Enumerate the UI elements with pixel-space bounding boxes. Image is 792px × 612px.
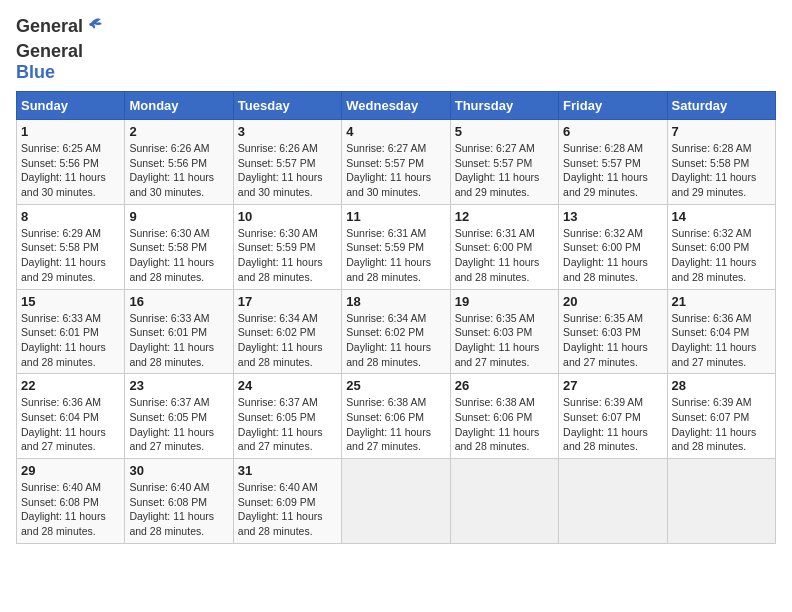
day-number: 24	[238, 378, 337, 393]
calendar-day-cell: 2Sunrise: 6:26 AMSunset: 5:56 PMDaylight…	[125, 120, 233, 205]
calendar-day-cell: 12Sunrise: 6:31 AMSunset: 6:00 PMDayligh…	[450, 204, 558, 289]
logo-general: General	[16, 16, 83, 36]
weekday-header: Tuesday	[233, 92, 341, 120]
logo: General General Blue	[16, 16, 83, 83]
day-info: Sunrise: 6:27 AMSunset: 5:57 PMDaylight:…	[346, 141, 445, 200]
weekday-header-row: SundayMondayTuesdayWednesdayThursdayFrid…	[17, 92, 776, 120]
day-number: 4	[346, 124, 445, 139]
day-number: 21	[672, 294, 771, 309]
calendar-day-cell: 22Sunrise: 6:36 AMSunset: 6:04 PMDayligh…	[17, 374, 125, 459]
calendar-day-cell	[342, 459, 450, 544]
calendar-day-cell: 25Sunrise: 6:38 AMSunset: 6:06 PMDayligh…	[342, 374, 450, 459]
logo-bird-icon	[85, 14, 105, 32]
calendar-day-cell	[667, 459, 775, 544]
weekday-header: Friday	[559, 92, 667, 120]
calendar-week-row: 29Sunrise: 6:40 AMSunset: 6:08 PMDayligh…	[17, 459, 776, 544]
day-info: Sunrise: 6:36 AMSunset: 6:04 PMDaylight:…	[21, 395, 120, 454]
logo-bottom: General Blue	[16, 41, 83, 83]
day-number: 16	[129, 294, 228, 309]
day-number: 13	[563, 209, 662, 224]
day-info: Sunrise: 6:31 AMSunset: 5:59 PMDaylight:…	[346, 226, 445, 285]
day-number: 11	[346, 209, 445, 224]
day-number: 20	[563, 294, 662, 309]
logo-container: General	[16, 16, 83, 37]
day-info: Sunrise: 6:27 AMSunset: 5:57 PMDaylight:…	[455, 141, 554, 200]
calendar-day-cell: 14Sunrise: 6:32 AMSunset: 6:00 PMDayligh…	[667, 204, 775, 289]
calendar-day-cell: 30Sunrise: 6:40 AMSunset: 6:08 PMDayligh…	[125, 459, 233, 544]
calendar-day-cell: 5Sunrise: 6:27 AMSunset: 5:57 PMDaylight…	[450, 120, 558, 205]
calendar-day-cell: 16Sunrise: 6:33 AMSunset: 6:01 PMDayligh…	[125, 289, 233, 374]
day-number: 18	[346, 294, 445, 309]
weekday-header: Saturday	[667, 92, 775, 120]
day-info: Sunrise: 6:31 AMSunset: 6:00 PMDaylight:…	[455, 226, 554, 285]
day-number: 8	[21, 209, 120, 224]
calendar-day-cell: 20Sunrise: 6:35 AMSunset: 6:03 PMDayligh…	[559, 289, 667, 374]
day-number: 31	[238, 463, 337, 478]
weekday-header: Sunday	[17, 92, 125, 120]
calendar-day-cell: 7Sunrise: 6:28 AMSunset: 5:58 PMDaylight…	[667, 120, 775, 205]
day-info: Sunrise: 6:39 AMSunset: 6:07 PMDaylight:…	[672, 395, 771, 454]
day-number: 9	[129, 209, 228, 224]
day-number: 17	[238, 294, 337, 309]
day-number: 7	[672, 124, 771, 139]
calendar-week-row: 1Sunrise: 6:25 AMSunset: 5:56 PMDaylight…	[17, 120, 776, 205]
calendar-week-row: 8Sunrise: 6:29 AMSunset: 5:58 PMDaylight…	[17, 204, 776, 289]
day-number: 19	[455, 294, 554, 309]
weekday-header: Monday	[125, 92, 233, 120]
page-header: General General Blue	[16, 16, 776, 83]
day-number: 22	[21, 378, 120, 393]
day-info: Sunrise: 6:37 AMSunset: 6:05 PMDaylight:…	[129, 395, 228, 454]
day-info: Sunrise: 6:33 AMSunset: 6:01 PMDaylight:…	[129, 311, 228, 370]
calendar-day-cell: 6Sunrise: 6:28 AMSunset: 5:57 PMDaylight…	[559, 120, 667, 205]
day-number: 27	[563, 378, 662, 393]
day-number: 26	[455, 378, 554, 393]
calendar-day-cell: 23Sunrise: 6:37 AMSunset: 6:05 PMDayligh…	[125, 374, 233, 459]
logo-general-2: General	[16, 41, 83, 61]
day-number: 10	[238, 209, 337, 224]
calendar-day-cell: 27Sunrise: 6:39 AMSunset: 6:07 PMDayligh…	[559, 374, 667, 459]
calendar-day-cell: 9Sunrise: 6:30 AMSunset: 5:58 PMDaylight…	[125, 204, 233, 289]
day-info: Sunrise: 6:28 AMSunset: 5:57 PMDaylight:…	[563, 141, 662, 200]
calendar-day-cell: 13Sunrise: 6:32 AMSunset: 6:00 PMDayligh…	[559, 204, 667, 289]
calendar-day-cell: 10Sunrise: 6:30 AMSunset: 5:59 PMDayligh…	[233, 204, 341, 289]
day-info: Sunrise: 6:40 AMSunset: 6:08 PMDaylight:…	[21, 480, 120, 539]
day-number: 28	[672, 378, 771, 393]
calendar-day-cell: 8Sunrise: 6:29 AMSunset: 5:58 PMDaylight…	[17, 204, 125, 289]
day-info: Sunrise: 6:26 AMSunset: 5:56 PMDaylight:…	[129, 141, 228, 200]
day-number: 30	[129, 463, 228, 478]
calendar-day-cell: 1Sunrise: 6:25 AMSunset: 5:56 PMDaylight…	[17, 120, 125, 205]
calendar-week-row: 15Sunrise: 6:33 AMSunset: 6:01 PMDayligh…	[17, 289, 776, 374]
day-info: Sunrise: 6:33 AMSunset: 6:01 PMDaylight:…	[21, 311, 120, 370]
day-number: 29	[21, 463, 120, 478]
day-info: Sunrise: 6:37 AMSunset: 6:05 PMDaylight:…	[238, 395, 337, 454]
day-info: Sunrise: 6:35 AMSunset: 6:03 PMDaylight:…	[563, 311, 662, 370]
day-info: Sunrise: 6:30 AMSunset: 5:59 PMDaylight:…	[238, 226, 337, 285]
day-info: Sunrise: 6:40 AMSunset: 6:08 PMDaylight:…	[129, 480, 228, 539]
calendar-day-cell: 26Sunrise: 6:38 AMSunset: 6:06 PMDayligh…	[450, 374, 558, 459]
day-info: Sunrise: 6:40 AMSunset: 6:09 PMDaylight:…	[238, 480, 337, 539]
calendar-day-cell: 3Sunrise: 6:26 AMSunset: 5:57 PMDaylight…	[233, 120, 341, 205]
day-number: 23	[129, 378, 228, 393]
day-number: 5	[455, 124, 554, 139]
weekday-header: Wednesday	[342, 92, 450, 120]
calendar-day-cell	[450, 459, 558, 544]
calendar-day-cell	[559, 459, 667, 544]
day-number: 2	[129, 124, 228, 139]
calendar-day-cell: 19Sunrise: 6:35 AMSunset: 6:03 PMDayligh…	[450, 289, 558, 374]
day-number: 15	[21, 294, 120, 309]
calendar-week-row: 22Sunrise: 6:36 AMSunset: 6:04 PMDayligh…	[17, 374, 776, 459]
day-info: Sunrise: 6:39 AMSunset: 6:07 PMDaylight:…	[563, 395, 662, 454]
day-info: Sunrise: 6:28 AMSunset: 5:58 PMDaylight:…	[672, 141, 771, 200]
day-info: Sunrise: 6:32 AMSunset: 6:00 PMDaylight:…	[672, 226, 771, 285]
day-info: Sunrise: 6:26 AMSunset: 5:57 PMDaylight:…	[238, 141, 337, 200]
day-info: Sunrise: 6:38 AMSunset: 6:06 PMDaylight:…	[346, 395, 445, 454]
day-info: Sunrise: 6:25 AMSunset: 5:56 PMDaylight:…	[21, 141, 120, 200]
calendar-day-cell: 17Sunrise: 6:34 AMSunset: 6:02 PMDayligh…	[233, 289, 341, 374]
calendar-day-cell: 31Sunrise: 6:40 AMSunset: 6:09 PMDayligh…	[233, 459, 341, 544]
day-info: Sunrise: 6:34 AMSunset: 6:02 PMDaylight:…	[346, 311, 445, 370]
day-info: Sunrise: 6:38 AMSunset: 6:06 PMDaylight:…	[455, 395, 554, 454]
day-info: Sunrise: 6:36 AMSunset: 6:04 PMDaylight:…	[672, 311, 771, 370]
calendar-day-cell: 24Sunrise: 6:37 AMSunset: 6:05 PMDayligh…	[233, 374, 341, 459]
day-info: Sunrise: 6:34 AMSunset: 6:02 PMDaylight:…	[238, 311, 337, 370]
day-number: 6	[563, 124, 662, 139]
